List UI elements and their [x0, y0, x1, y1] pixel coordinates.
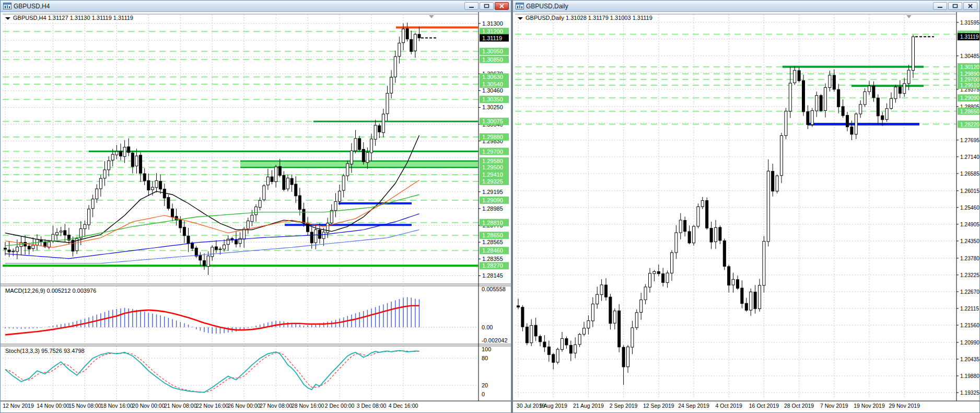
svg-text:80: 80: [482, 355, 488, 361]
time-axis-label: 12 Nov 2019: [3, 403, 34, 409]
svg-text:1.30950: 1.30950: [482, 48, 503, 54]
price-chart-h4[interactable]: MACD(12,26,9) 0.005212 0.0039760.0055580…: [1, 12, 511, 412]
time-axis-label: 26 Nov 00:00: [228, 403, 261, 409]
price-tick-label: 1.28355: [482, 256, 503, 262]
svg-text:1.30540: 1.30540: [482, 81, 503, 87]
minimize-button[interactable]: [464, 2, 479, 10]
macd-label: MACD(12,26,9) 0.005212 0.003976: [5, 288, 96, 294]
svg-text:1.28810: 1.28810: [482, 220, 503, 226]
price-tick-label: 1.23225: [960, 272, 979, 278]
svg-text:1.29090: 1.29090: [482, 197, 503, 203]
svg-text:1.31119: 1.31119: [960, 34, 979, 40]
time-axis-label: 28 Oct 2019: [784, 403, 814, 409]
svg-text:1.31119: 1.31119: [482, 35, 502, 41]
time-axis-label: 28 Nov 16:00: [291, 403, 324, 409]
time-axis-label: 24 Sep 2019: [678, 403, 709, 409]
svg-text:1.30120: 1.30120: [960, 64, 979, 70]
price-tick-label: 1.28145: [482, 272, 503, 279]
svg-text:1.29090: 1.29090: [960, 95, 979, 101]
time-axis-label: 29 Nov 2019: [889, 403, 920, 409]
svg-text:1.28220: 1.28220: [960, 122, 979, 128]
price-tick-label: 1.31595: [960, 20, 979, 26]
svg-text:1.29880: 1.29880: [482, 134, 503, 140]
price-tick-label: 1.30485: [960, 53, 979, 59]
time-axis-label: 14 Nov 00:00: [37, 403, 69, 409]
time-axis-label: 2 Sep 2019: [610, 403, 638, 409]
price-tick-label: 1.28565: [482, 239, 503, 245]
chart-icon: [516, 3, 524, 9]
svg-text:1.28460: 1.28460: [482, 247, 503, 254]
svg-text:1.30630: 1.30630: [482, 74, 503, 80]
stoch-label: Stoch(13,3,3) 95.7526 93.4798: [5, 348, 85, 354]
time-axis-label: 19 Nov 2019: [854, 403, 885, 409]
time-axis-label: 15 Nov 08:00: [68, 403, 101, 409]
svg-text:0.005558: 0.005558: [482, 286, 506, 292]
svg-text:1.30075: 1.30075: [482, 118, 503, 124]
price-chart-daily[interactable]: 1.315951.304851.293751.288051.276951.271…: [513, 12, 979, 412]
price-tick-label: 1.27140: [960, 154, 979, 160]
svg-text:0.00: 0.00: [482, 324, 493, 330]
restore-button[interactable]: [480, 2, 494, 10]
restore-button[interactable]: [948, 2, 962, 10]
time-axis-label: 12 Sep 2019: [643, 403, 674, 409]
close-button[interactable]: [963, 2, 977, 10]
svg-text:1.31200: 1.31200: [482, 28, 503, 35]
svg-text:100: 100: [482, 346, 491, 352]
window-title: GBPUSD,Daily: [526, 3, 933, 10]
time-axis-label: 3 Dec 08:00: [357, 403, 387, 409]
minimize-button[interactable]: [933, 2, 947, 10]
chart-area-h4[interactable]: MACD(12,26,9) 0.005212 0.0039760.0055580…: [1, 12, 511, 412]
price-tick-label: 1.22670: [960, 289, 979, 295]
svg-text:-0.002042: -0.002042: [482, 337, 508, 343]
chart-area-daily[interactable]: 1.315951.304851.293751.288051.276951.271…: [513, 12, 979, 412]
price-tick-label: 1.24905: [960, 222, 979, 227]
time-axis-label: 7 Nov 2019: [820, 403, 848, 409]
time-axis-label: 27 Nov 08:00: [260, 403, 293, 409]
time-axis-label: 22 Nov 16:00: [196, 403, 229, 409]
svg-text:1.28650: 1.28650: [960, 109, 979, 114]
chart-window-daily: GBPUSD,Daily 1.315951.304851.293751.2880…: [512, 0, 980, 413]
price-tick-label: 1.30250: [482, 104, 503, 110]
chart-window-h4: GBPUSD,H4 MACD(12,26,9) 0.005212 0.00397…: [0, 0, 511, 413]
price-tick-label: 1.21560: [960, 323, 979, 328]
price-tick-label: 1.20990: [960, 340, 979, 346]
price-tick-label: 1.22115: [960, 306, 979, 312]
mt4-workspace: GBPUSD,H4 MACD(12,26,9) 0.005212 0.00397…: [0, 0, 980, 413]
time-axis-label: 21 Aug 2019: [573, 403, 604, 409]
svg-text:1.29500: 1.29500: [482, 164, 503, 170]
chart-icon: [3, 3, 11, 9]
time-axis-label: 9 Aug 2019: [540, 403, 567, 409]
time-axis-label: 4 Dec 16:00: [389, 403, 418, 409]
price-tick-label: 1.23780: [960, 256, 979, 261]
svg-text:1.29580: 1.29580: [482, 158, 503, 164]
close-button[interactable]: [495, 2, 509, 10]
svg-text:1.29325: 1.29325: [482, 178, 503, 185]
price-tick-label: 1.24350: [960, 238, 979, 244]
price-tick-label: 1.25460: [960, 205, 979, 211]
titlebar-daily[interactable]: GBPUSD,Daily: [513, 1, 979, 12]
svg-text:1.30350: 1.30350: [482, 96, 503, 102]
time-axis-label: 16 Oct 2019: [749, 403, 779, 409]
price-tick-label: 1.31300: [482, 20, 503, 27]
window-title: GBPUSD,H4: [14, 3, 464, 10]
price-tick-label: 1.26015: [960, 188, 979, 194]
price-tick-label: 1.30460: [482, 87, 503, 94]
time-axis-label: 2 Dec 00:00: [325, 403, 355, 409]
svg-text:1.28270: 1.28270: [482, 262, 503, 269]
price-tick-label: 1.27695: [960, 137, 979, 143]
time-axis-label: 21 Nov 08:00: [164, 403, 197, 409]
price-tick-label: 1.28985: [482, 205, 503, 212]
price-tick-label: 1.29195: [482, 189, 503, 195]
svg-text:1.28650: 1.28650: [482, 232, 503, 238]
price-tick-label: 1.20435: [960, 357, 979, 362]
svg-text:1.29510: 1.29510: [960, 83, 979, 88]
svg-text:20: 20: [482, 382, 488, 388]
time-axis-label: 20 Nov 00:00: [132, 403, 165, 409]
svg-text:1.30850: 1.30850: [482, 56, 503, 63]
titlebar-h4[interactable]: GBPUSD,H4: [1, 1, 511, 12]
svg-text:1.29700: 1.29700: [482, 148, 503, 155]
svg-text:0: 0: [482, 391, 485, 397]
price-tick-label: 1.19880: [960, 373, 979, 379]
price-tick-label: 1.19325: [960, 390, 979, 396]
ohlc-label: GBPUSD,Daily 1.31028 1.31179 1.31003 1.3…: [526, 15, 652, 21]
